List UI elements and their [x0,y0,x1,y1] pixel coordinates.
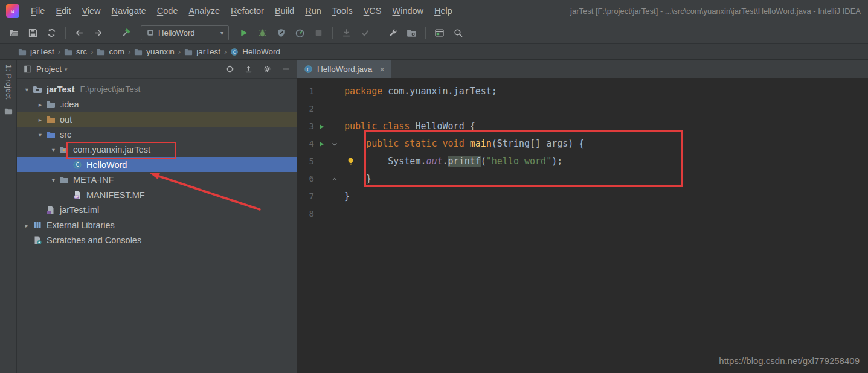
search-everywhere-button[interactable] [449,25,467,40]
tree-item-src[interactable]: ▾src [17,127,297,142]
code-line-5[interactable]: 5 System.out.printf("hello word"); [297,153,868,170]
breadcrumb-separator-icon: › [178,47,181,56]
open-button[interactable] [5,25,23,40]
run-triangle-icon[interactable] [318,123,325,130]
chevron-collapsed-icon[interactable]: ▸ [35,116,45,123]
project-folder-icon [32,84,43,94]
libraries-icon [32,220,43,230]
fold-down-icon[interactable] [331,141,338,148]
line-number: 2 [297,100,314,118]
synchronize-button[interactable] [43,25,60,40]
tree-item-external-libraries[interactable]: ▸External Libraries [17,217,297,232]
tree-item-helloword[interactable]: CHelloWord [17,157,297,172]
menu-vcs[interactable]: VCS [358,0,387,22]
collapse-all-icon[interactable] [244,65,253,74]
code-text: public static void main(String[] args) { [341,135,584,153]
panel-icon [23,65,32,74]
commit-button[interactable] [356,25,374,40]
code-line-6[interactable]: 6 } [297,170,868,188]
breadcrumb-item-helloword[interactable]: CHelloWord [230,47,280,56]
build-project-button[interactable] [117,25,135,40]
breadcrumb-item-yuanxin[interactable]: yuanxin [134,47,175,56]
vcs-commit-icon [360,28,370,38]
profile-button[interactable] [291,25,309,40]
tool-stripe-folder-icon[interactable] [4,107,13,115]
folder-icon [59,175,69,185]
code-text: System.out.printf("hello word"); [341,153,562,170]
chevron-down-icon[interactable]: ▾ [65,66,68,72]
forward-button[interactable] [89,25,107,40]
chevron-expanded-icon[interactable]: ▾ [48,176,59,183]
main-area: 1: Project Project ▾ ▾jarTestF:\project\… [0,60,868,373]
tree-item-meta-inf[interactable]: ▾META-INF [17,172,297,187]
code-line-1[interactable]: 1package com.yuanxin.jarTest; [297,83,868,100]
menu-code[interactable]: Code [152,0,184,22]
chevron-expanded-icon[interactable]: ▾ [35,131,45,138]
fold-up-icon[interactable] [331,176,338,183]
menu-refactor[interactable]: Refactor [225,0,269,22]
chevron-expanded-icon[interactable]: ▾ [22,86,32,93]
run-with-coverage-button[interactable] [272,25,290,40]
stop-button[interactable] [310,25,327,40]
project-panel-title[interactable]: Project [36,65,62,74]
code-line-8[interactable]: 8 [297,205,868,223]
debug-icon [257,28,268,38]
run-config-selector[interactable]: HelloWord ▾ [141,25,229,40]
update-project-button[interactable] [338,25,355,40]
editor-tabs: C HelloWord.java × [297,60,868,78]
tree-item--idea[interactable]: ▸.idea [17,97,297,112]
editor-area: C HelloWord.java × 1package com.yuanxin.… [297,60,868,373]
breadcrumb-label: yuanxin [146,47,175,56]
code-line-7[interactable]: 7} [297,188,868,205]
hammer-icon [121,28,131,38]
debug-button[interactable] [254,25,271,40]
project-structure-button[interactable] [403,25,420,40]
chevron-collapsed-icon[interactable]: ▸ [22,222,32,229]
save-all-button[interactable] [24,25,42,40]
back-button[interactable] [71,25,88,40]
tree-item-jartest-iml[interactable]: jarTest.iml [17,202,297,217]
breadcrumb-item-com[interactable]: com [97,47,124,56]
module-file-icon [45,205,56,215]
menu-help[interactable]: Help [429,0,458,22]
code-line-2[interactable]: 2 [297,100,868,118]
restore-layout-button[interactable] [431,25,448,40]
breadcrumb-item-jartest[interactable]: jarTest [18,47,54,56]
svg-text:C: C [307,67,310,72]
code-text [341,100,344,118]
menu-analyze[interactable]: Analyze [184,0,226,22]
menu-edit[interactable]: Edit [50,0,76,22]
menu-build[interactable]: Build [269,0,300,22]
out-folder-icon [45,115,56,124]
chevron-expanded-icon[interactable]: ▾ [48,146,59,153]
menu-navigate[interactable]: Navigate [106,0,152,22]
tool-window-button-project[interactable]: 1: Project [4,65,13,100]
tree-item-manifest-mf[interactable]: MFMANIFEST.MF [17,187,297,202]
bulb-icon[interactable] [346,157,355,166]
target-icon[interactable] [225,65,234,74]
tree-item-out[interactable]: ▸out [17,112,297,127]
settings-button[interactable] [384,25,402,40]
close-icon[interactable]: × [379,64,385,74]
toolbar-left [5,25,135,40]
tab-helloword-java[interactable]: C HelloWord.java × [297,60,391,78]
code-editor[interactable]: 1package com.yuanxin.jarTest;23public cl… [297,78,868,373]
menu-run[interactable]: Run [300,0,327,22]
menu-tools[interactable]: Tools [327,0,358,22]
gear-icon[interactable] [263,65,272,74]
tree-item-scratches-and-consoles[interactable]: Scratches and Consoles [17,232,297,247]
breadcrumb-item-jartest[interactable]: jarTest [184,47,220,56]
tree-item-label: META-INF [73,175,114,185]
chevron-collapsed-icon[interactable]: ▸ [35,101,45,108]
menu-view[interactable]: View [76,0,106,22]
menu-window[interactable]: Window [387,0,429,22]
run-button[interactable] [235,25,252,40]
run-triangle-icon[interactable] [318,141,325,148]
breadcrumb-item-src[interactable]: src [64,47,87,56]
minimize-icon[interactable] [281,65,291,74]
tree-item-jartest[interactable]: ▾jarTestF:\project\jarTest [17,81,297,97]
tree-item-com-yuanxin-jartest[interactable]: ▾com.yuanxin.jarTest [17,142,297,157]
menu-file[interactable]: File [25,0,50,22]
code-line-4[interactable]: 4 public static void main(String[] args)… [297,135,868,153]
code-line-3[interactable]: 3public class HelloWord { [297,118,868,135]
